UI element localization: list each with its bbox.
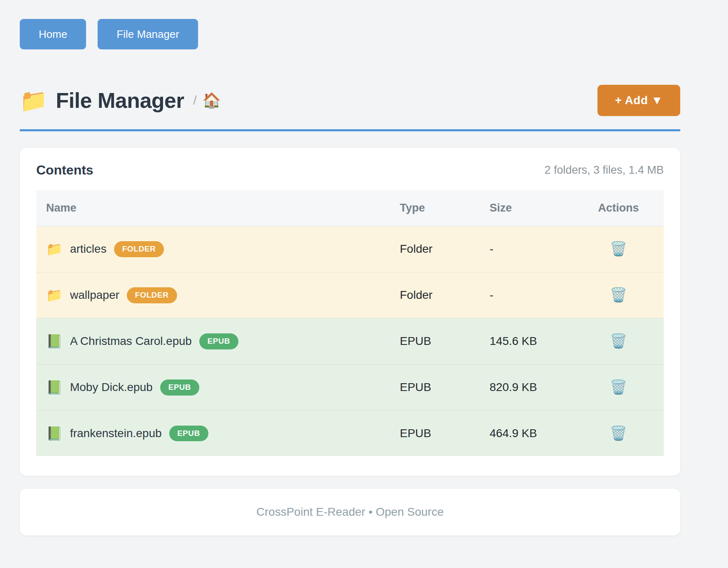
folder-link[interactable]: 📁 wallpaper FOLDER xyxy=(46,287,380,303)
table-row: 📗 A Christmas Carol.epub EPUB EPUB 145.6… xyxy=(36,318,664,364)
trash-icon[interactable]: 🗑️ xyxy=(610,288,627,302)
add-button[interactable]: + Add ▼ xyxy=(597,85,680,116)
page-title-group: 📁 File Manager / 🏠 xyxy=(20,88,221,113)
contents-card-header: Contents 2 folders, 3 files, 1.4 MB xyxy=(36,163,664,178)
trash-icon[interactable]: 🗑️ xyxy=(610,380,627,394)
file-link[interactable]: 📗 frankenstein.epub EPUB xyxy=(46,426,380,442)
folder-icon: 📁 xyxy=(46,242,63,256)
footer: CrossPoint E-Reader • Open Source xyxy=(20,489,680,535)
column-header-type: Type xyxy=(390,190,480,226)
file-type: EPUB xyxy=(390,364,480,410)
breadcrumb-separator: / xyxy=(193,93,196,107)
file-link[interactable]: 📗 A Christmas Carol.epub EPUB xyxy=(46,333,380,349)
folder-link[interactable]: 📁 articles FOLDER xyxy=(46,241,380,257)
file-size: 145.6 KB xyxy=(480,318,573,364)
book-icon: 📗 xyxy=(46,381,63,394)
contents-card: Contents 2 folders, 3 files, 1.4 MB Name… xyxy=(20,148,680,476)
book-icon: 📗 xyxy=(46,335,63,348)
file-name: Moby Dick.epub xyxy=(70,381,153,394)
page-header: 📁 File Manager / 🏠 + Add ▼ xyxy=(20,85,680,116)
file-name: A Christmas Carol.epub xyxy=(70,335,192,348)
file-size: 464.9 KB xyxy=(480,410,573,456)
type-badge: EPUB xyxy=(199,333,238,349)
file-size: 820.9 KB xyxy=(480,364,573,410)
table-row: 📁 wallpaper FOLDER Folder - 🗑️ xyxy=(36,272,664,318)
breadcrumb: / 🏠 xyxy=(193,93,221,108)
table-row: 📁 articles FOLDER Folder - 🗑️ xyxy=(36,226,664,272)
home-button[interactable]: Home xyxy=(20,19,86,49)
file-name: frankenstein.epub xyxy=(70,427,162,440)
file-table: Name Type Size Actions 📁 articles FOLDER… xyxy=(36,190,664,456)
file-type: Folder xyxy=(390,272,480,318)
footer-text: CrossPoint E-Reader • Open Source xyxy=(257,505,444,518)
file-size: - xyxy=(480,226,573,272)
folder-icon: 📁 xyxy=(20,89,47,112)
file-name: wallpaper xyxy=(70,289,119,302)
trash-icon[interactable]: 🗑️ xyxy=(610,426,627,440)
type-badge: FOLDER xyxy=(114,241,164,257)
file-manager-button[interactable]: File Manager xyxy=(98,19,198,49)
column-header-size: Size xyxy=(480,190,573,226)
file-type: EPUB xyxy=(390,318,480,364)
table-header-row: Name Type Size Actions xyxy=(36,190,664,226)
table-row: 📗 frankenstein.epub EPUB EPUB 464.9 KB 🗑… xyxy=(36,410,664,456)
file-link[interactable]: 📗 Moby Dick.epub EPUB xyxy=(46,379,380,396)
book-icon: 📗 xyxy=(46,427,63,440)
file-type: Folder xyxy=(390,226,480,272)
file-name: articles xyxy=(70,242,107,256)
folder-icon: 📁 xyxy=(46,289,63,302)
file-type: EPUB xyxy=(390,410,480,456)
trash-icon[interactable]: 🗑️ xyxy=(610,242,627,256)
contents-title: Contents xyxy=(36,163,93,178)
contents-summary: 2 folders, 3 files, 1.4 MB xyxy=(544,164,664,177)
type-badge: FOLDER xyxy=(127,287,177,303)
type-badge: EPUB xyxy=(160,379,199,396)
file-size: - xyxy=(480,272,573,318)
column-header-actions: Actions xyxy=(573,190,664,226)
top-nav: Home File Manager xyxy=(20,0,680,49)
column-header-name: Name xyxy=(36,190,390,226)
trash-icon[interactable]: 🗑️ xyxy=(610,334,627,348)
home-icon[interactable]: 🏠 xyxy=(203,93,221,108)
type-badge: EPUB xyxy=(169,426,208,442)
title-divider xyxy=(20,129,680,131)
page: Home File Manager 📁 File Manager / 🏠 + A… xyxy=(20,0,680,535)
page-title: File Manager xyxy=(56,88,184,113)
table-row: 📗 Moby Dick.epub EPUB EPUB 820.9 KB 🗑️ xyxy=(36,364,664,410)
